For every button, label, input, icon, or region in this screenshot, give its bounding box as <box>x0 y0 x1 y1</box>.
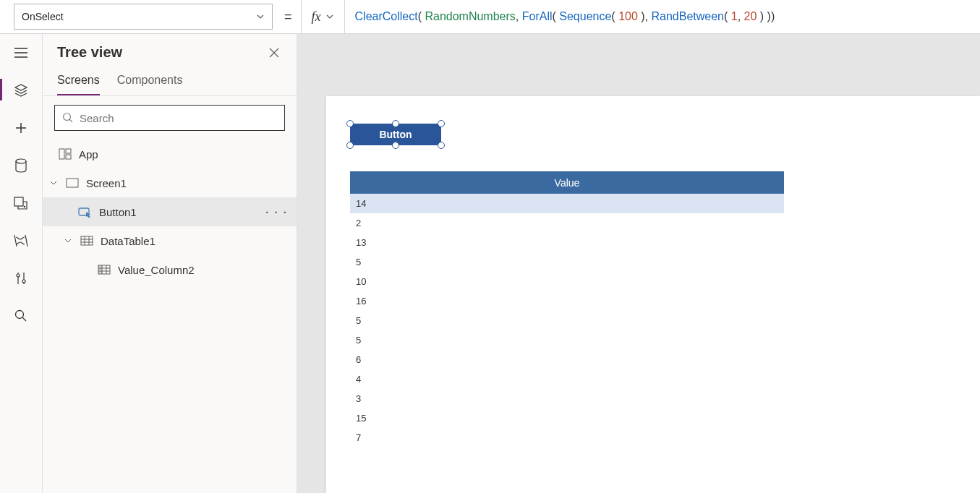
chevron-down-icon[interactable] <box>50 179 59 187</box>
hamburger-icon[interactable] <box>13 45 29 61</box>
canvas-datatable[interactable]: Value 142135101655643157 <box>350 171 784 447</box>
media-rail-icon[interactable] <box>13 195 29 211</box>
tab-screens[interactable]: Screens <box>57 74 100 95</box>
resize-handle[interactable] <box>392 120 399 127</box>
tree-view-panel: Tree view Screens Components App <box>43 34 297 493</box>
more-button[interactable]: · · · <box>265 206 288 218</box>
tree-item-button1[interactable]: Button1 · · · <box>43 197 297 226</box>
button-icon <box>77 206 93 218</box>
table-row[interactable]: 14 <box>350 194 784 213</box>
datatable-header[interactable]: Value <box>350 171 784 194</box>
tree-item-valuecolumn[interactable]: Value_Column2 <box>43 255 297 284</box>
table-row[interactable]: 13 <box>350 233 784 252</box>
tree-view-rail-icon[interactable] <box>13 82 29 98</box>
svg-rect-10 <box>67 179 78 187</box>
datatable-icon <box>79 236 95 246</box>
table-row[interactable]: 6 <box>350 350 784 369</box>
table-row[interactable]: 7 <box>350 428 784 447</box>
tree-item-label: DataTable1 <box>101 235 155 247</box>
table-row[interactable]: 4 <box>350 369 784 389</box>
tab-components[interactable]: Components <box>117 74 183 95</box>
app-icon <box>57 148 73 160</box>
table-row[interactable]: 5 <box>350 252 784 272</box>
tree-item-label: Value_Column2 <box>118 264 195 276</box>
resize-handle[interactable] <box>438 142 445 149</box>
tree-item-label: App <box>79 148 98 160</box>
svg-rect-14 <box>98 265 102 274</box>
svg-point-4 <box>22 280 25 283</box>
data-rail-icon[interactable] <box>13 158 29 173</box>
equals-label: = <box>284 9 292 25</box>
canvas-button-label: Button <box>379 129 412 140</box>
search-input-field[interactable] <box>80 112 277 124</box>
variables-rail-icon[interactable] <box>13 233 29 249</box>
screen-canvas[interactable]: Button Value 142135101655643157 <box>326 96 980 493</box>
table-row[interactable]: 16 <box>350 291 784 311</box>
tree-item-screen1[interactable]: Screen1 <box>43 168 297 197</box>
chevron-down-icon <box>325 12 334 21</box>
insert-rail-icon[interactable] <box>13 120 29 136</box>
search-input[interactable] <box>54 105 285 131</box>
formula-input[interactable]: ClearCollect( RandomNumbers, ForAll( Seq… <box>344 0 980 34</box>
formula-topbar: OnSelect = fx ClearCollect( RandomNumber… <box>0 0 980 34</box>
table-row[interactable]: 15 <box>350 408 784 428</box>
chevron-down-icon[interactable] <box>64 237 73 244</box>
tree-view-title: Tree view <box>57 44 122 61</box>
tree-item-label: Screen1 <box>86 177 127 189</box>
table-row[interactable]: 3 <box>350 389 784 408</box>
svg-point-0 <box>16 159 26 163</box>
svg-rect-12 <box>81 236 93 245</box>
svg-point-5 <box>16 311 24 319</box>
tree-item-datatable1[interactable]: DataTable1 <box>43 226 297 255</box>
resize-handle[interactable] <box>346 120 354 127</box>
svg-rect-9 <box>66 155 71 159</box>
close-icon[interactable] <box>269 48 279 58</box>
table-row[interactable]: 5 <box>350 311 784 330</box>
fx-label: fx <box>312 9 321 25</box>
tools-rail-icon[interactable] <box>13 270 29 286</box>
svg-rect-7 <box>59 149 64 159</box>
canvas-area[interactable]: Button Value 142135101655643157 <box>297 34 980 493</box>
search-rail-icon[interactable] <box>13 308 29 324</box>
resize-handle[interactable] <box>438 120 445 127</box>
table-row[interactable]: 10 <box>350 272 784 291</box>
property-dropdown-value: OnSelect <box>22 11 64 22</box>
screen-icon <box>64 178 80 188</box>
chevron-down-icon <box>256 12 265 21</box>
resize-handle[interactable] <box>346 142 354 149</box>
search-icon <box>62 112 74 124</box>
resize-handle[interactable] <box>392 142 399 149</box>
canvas-button[interactable]: Button <box>350 124 441 145</box>
table-row[interactable]: 2 <box>350 213 784 233</box>
table-row[interactable]: 5 <box>350 330 784 350</box>
svg-rect-8 <box>66 149 71 153</box>
fx-dropdown[interactable]: fx <box>301 0 344 34</box>
property-dropdown[interactable]: OnSelect <box>14 4 273 30</box>
tree-item-app[interactable]: App <box>43 140 297 168</box>
tree-item-label: Button1 <box>99 206 137 218</box>
left-rail <box>0 34 43 493</box>
svg-rect-1 <box>14 197 23 206</box>
svg-point-2 <box>24 206 25 207</box>
svg-point-3 <box>17 274 20 277</box>
column-icon <box>96 265 112 275</box>
